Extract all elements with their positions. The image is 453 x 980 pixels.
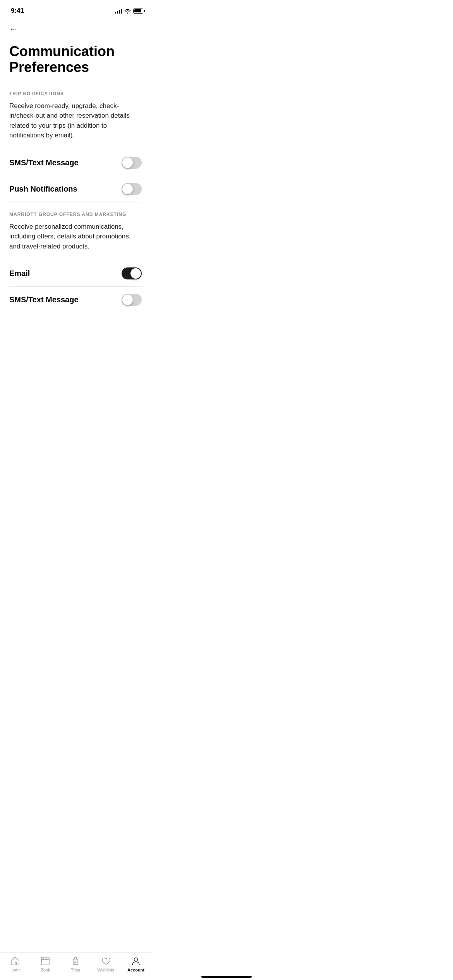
marketing-description: Receive personalized communications, inc… [9, 222, 142, 252]
battery-icon [133, 9, 143, 14]
marketing-section-header: MARRIOTT GROUP OFFERS AND MARKETING Rece… [0, 202, 151, 252]
sms-trip-label: SMS/Text Message [9, 158, 79, 167]
push-trip-toggle[interactable] [122, 183, 142, 195]
back-button[interactable]: ← [0, 19, 151, 37]
marketing-label: MARRIOTT GROUP OFFERS AND MARKETING [9, 212, 142, 217]
sms-marketing-toggle-row: SMS/Text Message [0, 287, 151, 313]
status-bar: 9:41 [0, 0, 151, 19]
sms-marketing-label: SMS/Text Message [9, 295, 79, 304]
wifi-icon [124, 9, 131, 14]
push-trip-toggle-row: Push Notifications [0, 176, 151, 202]
sms-marketing-toggle[interactable] [122, 294, 142, 306]
page-title: CommunicationPreferences [0, 37, 151, 88]
trip-notifications-description: Receive room-ready, upgrade, check-in/ch… [9, 101, 142, 140]
signal-icon [115, 9, 122, 14]
trip-notifications-label: TRIP NOTIFICATIONS [9, 91, 142, 96]
status-time: 9:41 [11, 7, 24, 15]
email-marketing-toggle-row: Email [0, 260, 151, 286]
sms-trip-toggle-row: SMS/Text Message [0, 150, 151, 176]
status-icons [115, 9, 143, 14]
toggle-knob [122, 295, 133, 305]
toggle-knob [122, 184, 133, 194]
sms-trip-toggle[interactable] [122, 157, 142, 169]
toggle-knob [130, 268, 141, 279]
scroll-content: TRIP NOTIFICATIONS Receive room-ready, u… [0, 88, 151, 352]
back-arrow-icon: ← [9, 24, 18, 34]
email-marketing-label: Email [9, 269, 30, 278]
email-marketing-toggle[interactable] [122, 267, 142, 279]
toggle-knob [122, 158, 133, 168]
trip-notifications-section: TRIP NOTIFICATIONS Receive room-ready, u… [0, 88, 151, 140]
push-trip-label: Push Notifications [9, 185, 77, 194]
